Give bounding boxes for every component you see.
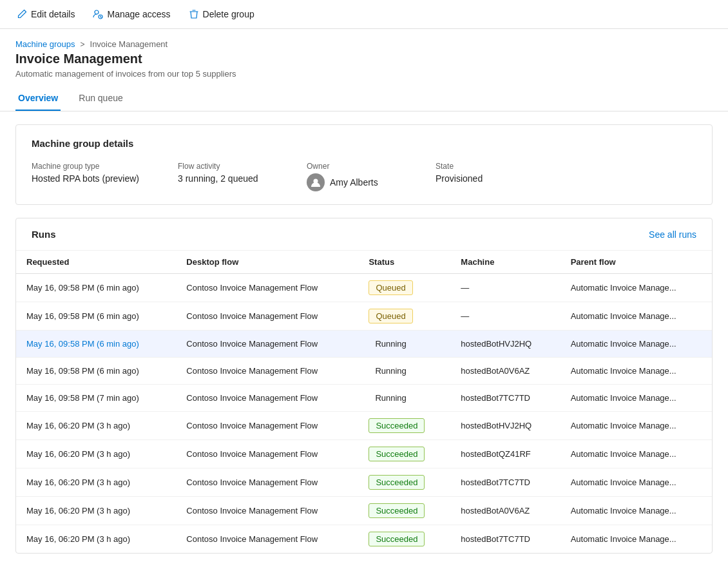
cell-requested: May 16, 09:58 PM (7 min ago) — [16, 385, 176, 412]
owner-label: Owner — [307, 162, 397, 171]
cell-requested: May 16, 06:20 PM (3 h ago) — [16, 440, 176, 468]
table-row[interactable]: May 16, 09:58 PM (6 min ago) Contoso Inv… — [16, 274, 712, 302]
cell-machine: hostedBotA0V6AZ — [450, 358, 560, 385]
breadcrumb-current: Invoice Management — [90, 39, 168, 49]
cell-machine: hostedBot7TC7TD — [450, 468, 560, 497]
state-field: State Provisioned — [436, 162, 526, 184]
cell-status: Succeeded — [358, 440, 450, 468]
status-badge: Queued — [369, 309, 412, 323]
cell-desktop-flow: Contoso Invoice Management Flow — [176, 302, 358, 331]
cell-parent-flow: Automatic Invoice Manage... — [560, 497, 712, 525]
cell-machine: hostedBotHVJ2HQ — [450, 412, 560, 440]
runs-card-header: Runs See all runs — [16, 218, 712, 251]
col-requested: Requested — [16, 251, 176, 274]
state-label: State — [436, 162, 526, 171]
owner-field: Owner Amy Alberts — [307, 162, 397, 191]
cell-status: Succeeded — [358, 468, 450, 497]
runs-card: Runs See all runs Requested Desktop flow… — [15, 218, 713, 554]
table-row[interactable]: May 16, 06:20 PM (3 h ago) Contoso Invoi… — [16, 440, 712, 468]
cell-requested: May 16, 09:58 PM (6 min ago) — [16, 331, 176, 358]
cell-machine: hostedBotA0V6AZ — [450, 497, 560, 525]
breadcrumb-parent-link[interactable]: Machine groups — [15, 39, 75, 49]
table-row[interactable]: May 16, 06:20 PM (3 h ago) Contoso Invoi… — [16, 525, 712, 554]
col-machine: Machine — [450, 251, 560, 274]
type-field: Machine group type Hosted RPA bots (prev… — [32, 162, 139, 184]
page-header: Machine groups > Invoice Management Invo… — [0, 29, 728, 79]
owner-value-container: Amy Alberts — [307, 173, 397, 191]
cell-machine: hostedBotQZ41RF — [450, 440, 560, 468]
svg-point-0 — [95, 10, 99, 14]
cell-parent-flow: Automatic Invoice Manage... — [560, 385, 712, 412]
status-badge: Succeeded — [369, 418, 425, 433]
manage-access-icon — [93, 9, 103, 19]
cell-requested: May 16, 06:20 PM (3 h ago) — [16, 497, 176, 525]
status-badge: Running — [369, 337, 412, 351]
see-all-runs-link[interactable]: See all runs — [649, 229, 696, 240]
cell-machine: — — [450, 302, 560, 331]
table-row[interactable]: May 16, 06:20 PM (3 h ago) Contoso Invoi… — [16, 412, 712, 440]
cell-status: Queued — [358, 302, 450, 331]
cell-desktop-flow: Contoso Invoice Management Flow — [176, 440, 358, 468]
cell-parent-flow: Automatic Invoice Manage... — [560, 358, 712, 385]
cell-requested: May 16, 06:20 PM (3 h ago) — [16, 468, 176, 497]
cell-parent-flow: Automatic Invoice Manage... — [560, 302, 712, 331]
status-badge: Queued — [369, 280, 412, 295]
type-label: Machine group type — [32, 162, 139, 171]
runs-table: Requested Desktop flow Status Machine Pa… — [16, 251, 712, 553]
cell-status: Queued — [358, 274, 450, 302]
cell-parent-flow: Automatic Invoice Manage... — [560, 274, 712, 302]
col-desktop-flow: Desktop flow — [176, 251, 358, 274]
cell-machine: hostedBot7TC7TD — [450, 385, 560, 412]
status-badge: Running — [369, 391, 412, 405]
cell-requested: May 16, 06:20 PM (3 h ago) — [16, 525, 176, 554]
flow-value: 3 running, 2 queued — [178, 173, 268, 184]
table-row[interactable]: May 16, 06:20 PM (3 h ago) Contoso Invoi… — [16, 468, 712, 497]
table-header-row: Requested Desktop flow Status Machine Pa… — [16, 251, 712, 274]
tabs: Overview Run queue — [0, 86, 728, 111]
breadcrumb-separator: > — [81, 40, 85, 49]
delete-group-button[interactable]: Delete group — [182, 5, 261, 23]
owner-name: Amy Alberts — [330, 177, 378, 188]
cell-requested: May 16, 09:58 PM (6 min ago) — [16, 358, 176, 385]
cell-status: Running — [358, 385, 450, 412]
cell-requested: May 16, 09:58 PM (6 min ago) — [16, 302, 176, 331]
edit-details-button[interactable]: Edit details — [10, 5, 81, 23]
type-value: Hosted RPA bots (preview) — [32, 173, 139, 184]
cell-parent-flow: Automatic Invoice Manage... — [560, 331, 712, 358]
cell-status: Running — [358, 331, 450, 358]
status-badge: Succeeded — [369, 475, 425, 490]
runs-table-body: May 16, 09:58 PM (6 min ago) Contoso Inv… — [16, 274, 712, 554]
tab-overview[interactable]: Overview — [15, 86, 61, 111]
table-row[interactable]: May 16, 09:58 PM (6 min ago) Contoso Inv… — [16, 358, 712, 385]
page-title: Invoice Management — [15, 52, 713, 66]
status-badge: Succeeded — [369, 503, 425, 518]
cell-status: Succeeded — [358, 497, 450, 525]
cell-desktop-flow: Contoso Invoice Management Flow — [176, 274, 358, 302]
status-badge: Succeeded — [369, 447, 425, 461]
status-badge: Running — [369, 364, 412, 378]
col-parent-flow: Parent flow — [560, 251, 712, 274]
runs-title: Runs — [32, 229, 56, 240]
cell-parent-flow: Automatic Invoice Manage... — [560, 525, 712, 554]
manage-access-button[interactable]: Manage access — [86, 5, 177, 23]
cell-desktop-flow: Contoso Invoice Management Flow — [176, 497, 358, 525]
table-row[interactable]: May 16, 06:20 PM (3 h ago) Contoso Invoi… — [16, 497, 712, 525]
cell-desktop-flow: Contoso Invoice Management Flow — [176, 358, 358, 385]
cell-parent-flow: Automatic Invoice Manage... — [560, 412, 712, 440]
cell-machine: hostedBot7TC7TD — [450, 525, 560, 554]
details-card: Machine group details Machine group type… — [15, 124, 713, 205]
flow-activity-field: Flow activity 3 running, 2 queued — [178, 162, 268, 184]
table-row[interactable]: May 16, 09:58 PM (6 min ago) Contoso Inv… — [16, 302, 712, 331]
content-area: Machine group details Machine group type… — [0, 124, 728, 554]
cell-parent-flow: Automatic Invoice Manage... — [560, 468, 712, 497]
status-badge: Succeeded — [369, 532, 425, 546]
cell-machine: — — [450, 274, 560, 302]
table-row[interactable]: May 16, 09:58 PM (6 min ago) Contoso Inv… — [16, 331, 712, 358]
edit-icon — [17, 9, 27, 19]
cell-desktop-flow: Contoso Invoice Management Flow — [176, 525, 358, 554]
toolbar: Edit details Manage access Delete group — [0, 0, 728, 29]
details-fields: Machine group type Hosted RPA bots (prev… — [32, 162, 696, 191]
table-row[interactable]: May 16, 09:58 PM (7 min ago) Contoso Inv… — [16, 385, 712, 412]
tab-run-queue[interactable]: Run queue — [76, 86, 126, 111]
cell-machine: hostedBotHVJ2HQ — [450, 331, 560, 358]
